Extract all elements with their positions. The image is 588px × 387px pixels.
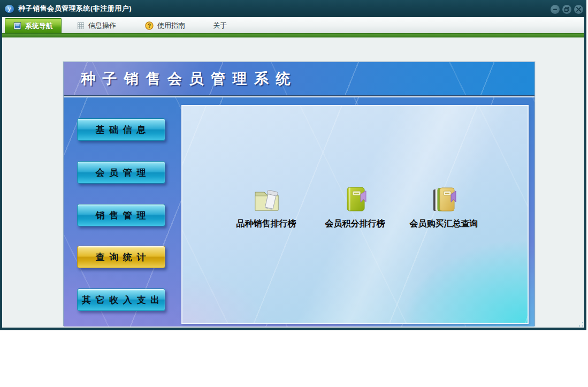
menu-item-label: 系统导航 <box>25 21 53 31</box>
green-book-icon <box>340 184 371 215</box>
app-window: y 种子销售会员管理系统(非注册用户) <box>0 0 586 330</box>
sidebar-button-other-income-expense[interactable]: 其 它 收 入 支 出 <box>77 289 165 311</box>
menubar: 系统导航 信息操作 ? 使用指南 关 <box>2 17 584 33</box>
menu-item-about[interactable]: 关于 <box>205 18 235 33</box>
menu-item-guide[interactable]: ? 使用指南 <box>137 18 193 33</box>
sidebar-button-basic-info[interactable]: 基 础 信 息 <box>77 118 165 141</box>
restore-icon <box>564 6 570 12</box>
help-coin-icon: ? <box>145 21 154 30</box>
sidebar-button-sales-mgmt[interactable]: 销 售 管 理 <box>77 204 165 226</box>
menu-item-info-ops[interactable]: 信息操作 <box>69 18 124 33</box>
close-button[interactable] <box>574 5 583 14</box>
resize-grip[interactable] <box>578 322 584 327</box>
accent-bar <box>2 33 584 37</box>
minimize-button[interactable] <box>551 5 560 14</box>
grid-icon <box>77 22 85 29</box>
minimize-icon <box>552 6 558 12</box>
window-controls <box>551 5 583 14</box>
sidebar-button-member-mgmt[interactable]: 会 员 管 理 <box>77 161 165 184</box>
main-panel: 种 子 销 售 会 员 管 理 系 统 基 础 信 息 会 员 管 理 销 售 … <box>63 62 535 326</box>
menu-item-label: 信息操作 <box>88 21 116 31</box>
menu-item-label: 关于 <box>213 21 227 31</box>
shortcut-row: 品种销售排行榜 <box>182 184 528 230</box>
app-icon[interactable]: y <box>5 5 14 13</box>
banner-title: 种 子 销 售 会 员 管 理 系 统 <box>64 62 534 95</box>
book-stack-icon <box>429 184 460 215</box>
window-title: 种子销售会员管理系统(非注册用户) <box>18 4 132 13</box>
page: y 种子销售会员管理系统(非注册用户) <box>0 0 588 387</box>
shortcut-member-purchase-summary[interactable]: 会员购买汇总查询 <box>403 184 485 230</box>
shortcut-label: 品种销售排行榜 <box>236 218 296 230</box>
titlebar: y 种子销售会员管理系统(非注册用户) <box>0 0 586 17</box>
sidebar-button-query-stats[interactable]: 查 询 统 计 <box>77 246 165 268</box>
folder-scroll-icon <box>251 184 282 215</box>
close-icon <box>576 6 582 12</box>
banner: 种 子 销 售 会 员 管 理 系 统 <box>64 62 534 96</box>
shortcut-panel: 品种销售排行榜 <box>181 105 529 324</box>
menu-item-label: 使用指南 <box>157 21 185 31</box>
blue-panel-icon <box>13 22 21 30</box>
shortcut-label: 会员购买汇总查询 <box>410 218 478 230</box>
shortcut-label: 会员积分排行榜 <box>325 218 385 230</box>
menu-item-system-nav[interactable]: 系统导航 <box>5 18 62 33</box>
shortcut-variety-sales-ranking[interactable]: 品种销售排行榜 <box>226 184 307 230</box>
help-glyph: ? <box>148 23 151 29</box>
restore-button[interactable] <box>562 5 571 14</box>
shortcut-member-points-ranking[interactable]: 会员积分排行榜 <box>315 184 396 230</box>
